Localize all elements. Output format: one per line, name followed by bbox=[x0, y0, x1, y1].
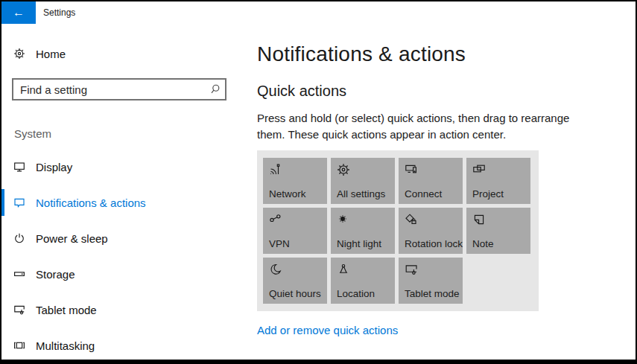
quick-action-tile-rotation-lock[interactable]: Rotation lock bbox=[399, 208, 463, 254]
sidebar-item-display[interactable]: Display bbox=[1, 149, 257, 185]
sidebar-item-label: Display bbox=[36, 161, 72, 173]
sidebar-item-label: Storage bbox=[36, 268, 75, 281]
sidebar: Home System bbox=[1, 24, 257, 360]
window-title: Settings bbox=[43, 7, 75, 18]
power-icon bbox=[13, 232, 25, 244]
search-box[interactable] bbox=[12, 78, 226, 100]
sidebar-item-label: Multitasking bbox=[36, 339, 95, 352]
tablet-mode-icon bbox=[13, 304, 25, 316]
tile-label: Night light bbox=[337, 238, 381, 249]
tile-label: Project bbox=[472, 188, 504, 199]
quick-action-tile-tablet-mode[interactable]: Tablet mode bbox=[399, 258, 463, 304]
add-remove-quick-actions-link[interactable]: Add or remove quick actions bbox=[257, 324, 398, 336]
rotation-lock-icon bbox=[405, 213, 418, 226]
note-icon bbox=[472, 213, 486, 226]
quick-action-tile-quiet-hours[interactable]: Quiet hours bbox=[263, 258, 327, 304]
network-icon bbox=[269, 163, 282, 176]
project-icon bbox=[472, 163, 486, 176]
quick-action-tile-all-settings[interactable]: All settings bbox=[331, 158, 395, 204]
multitasking-icon bbox=[13, 339, 25, 351]
gear-icon bbox=[13, 48, 25, 60]
quick-actions-description: Press and hold (or select) quick actions… bbox=[257, 110, 594, 143]
quick-action-tile-connect[interactable]: Connect bbox=[399, 158, 463, 204]
quick-action-tile-night-light[interactable]: Night light bbox=[331, 208, 395, 254]
connect-icon bbox=[405, 163, 418, 176]
quiet-hours-icon bbox=[269, 263, 282, 276]
tile-label: VPN bbox=[269, 238, 290, 249]
page-title: Notifications & actions bbox=[257, 42, 636, 66]
sidebar-item-label: Notifications & actions bbox=[36, 197, 146, 209]
sidebar-item-home[interactable]: Home bbox=[1, 39, 257, 68]
sidebar-item-multitasking[interactable]: Multitasking bbox=[1, 328, 257, 360]
sidebar-item-power-sleep[interactable]: Power & sleep bbox=[1, 220, 257, 256]
quick-action-tile-note[interactable]: Note bbox=[466, 208, 530, 254]
location-icon bbox=[337, 263, 350, 276]
night-light-icon bbox=[337, 213, 350, 226]
tile-label: Location bbox=[337, 288, 375, 299]
tablet-mode-icon bbox=[405, 263, 418, 276]
tile-label: All settings bbox=[337, 188, 385, 199]
display-icon bbox=[13, 161, 25, 173]
screenshot-frame: ← Settings Home bbox=[0, 0, 637, 364]
sidebar-section-label: System bbox=[14, 127, 257, 140]
quick-action-tile-vpn[interactable]: VPN bbox=[263, 208, 327, 254]
tile-label: Rotation lock bbox=[405, 238, 463, 249]
back-arrow-icon: ← bbox=[13, 6, 25, 19]
storage-icon bbox=[13, 268, 25, 280]
quick-action-tile-project[interactable]: Project bbox=[466, 158, 530, 204]
sidebar-item-label: Power & sleep bbox=[36, 232, 108, 245]
sidebar-item-tablet-mode[interactable]: Tablet mode bbox=[1, 292, 257, 328]
sidebar-item-notifications-actions[interactable]: Notifications & actions bbox=[1, 185, 257, 220]
main-content: Notifications & actions Quick actions Pr… bbox=[257, 24, 636, 360]
sidebar-home-label: Home bbox=[36, 48, 66, 60]
tile-label: Tablet mode bbox=[405, 288, 460, 299]
tile-label: Quiet hours bbox=[269, 288, 321, 299]
search-icon[interactable] bbox=[206, 83, 225, 95]
vpn-icon bbox=[269, 213, 282, 226]
quick-actions-heading: Quick actions bbox=[257, 83, 636, 100]
quick-action-tile-location[interactable]: Location bbox=[331, 258, 395, 304]
back-button[interactable]: ← bbox=[1, 1, 36, 24]
search-input[interactable] bbox=[13, 83, 206, 96]
titlebar: ← Settings bbox=[1, 1, 636, 24]
tile-label: Connect bbox=[405, 188, 442, 199]
sidebar-item-label: Tablet mode bbox=[36, 304, 97, 316]
sidebar-item-storage[interactable]: Storage bbox=[1, 256, 257, 292]
settings-window: ← Settings Home bbox=[1, 1, 636, 360]
tile-label: Network bbox=[269, 188, 306, 199]
quick-action-tile-network[interactable]: Network bbox=[263, 158, 327, 204]
quick-actions-panel: Network All settings bbox=[257, 150, 539, 311]
notifications-icon bbox=[13, 197, 25, 208]
all-settings-icon bbox=[337, 163, 350, 176]
tile-label: Note bbox=[472, 238, 494, 249]
